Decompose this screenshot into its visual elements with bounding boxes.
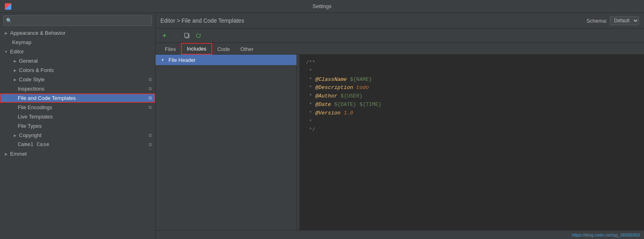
code-line-5: * @Author ${USER} — [306, 92, 638, 101]
file-item-label: File Header — [168, 57, 196, 63]
arrow-colors — [12, 68, 18, 73]
sidebar-item-editor[interactable]: Editor — [0, 47, 155, 56]
sidebar-label-editor: Editor — [10, 49, 24, 55]
status-url[interactable]: https://blog.csdn.net/qq_38366063 — [572, 233, 640, 237]
main-container: 🔍 Appearance & Behavior Keymap Editor Ge… — [0, 13, 644, 239]
sidebar-label-keymap: Keymap — [12, 39, 32, 45]
status-bar: https://blog.csdn.net/qq_38366063 — [156, 230, 644, 239]
sidebar-label-file-code-templates: File and Code Templates — [18, 95, 76, 101]
sidebar-item-general[interactable]: General — [0, 56, 155, 66]
sidebar-label-file-types: File Types — [18, 123, 42, 129]
copy-icon-code-style: ⧉ — [149, 77, 152, 82]
title-bar: Settings — [0, 0, 644, 13]
sidebar-label-appearance: Appearance & Behavior — [10, 30, 65, 36]
window-title: Settings — [313, 3, 332, 9]
tab-files[interactable]: Files — [160, 44, 181, 55]
arrow-editor — [3, 49, 9, 55]
sidebar-label-file-encodings: File Encodings — [18, 104, 52, 110]
arrow-appearance — [3, 30, 9, 36]
arrow-emmet — [3, 151, 9, 157]
copy-icon-file-encodings: ⧉ — [149, 105, 152, 110]
tab-other[interactable]: Other — [235, 44, 259, 55]
sidebar-item-colors-fonts[interactable]: Colors & Fonts — [0, 66, 155, 75]
file-item-header[interactable]: F File Header — [156, 55, 297, 65]
sidebar-item-file-encodings[interactable]: File Encodings ⧉ — [0, 103, 155, 112]
search-icon: 🔍 — [6, 18, 12, 23]
arrow-code-style — [12, 77, 18, 82]
sidebar-item-camel-case[interactable]: Camel Case ⧉ — [0, 140, 155, 149]
code-line-6: * @Date ${DATE} ${TIME} — [306, 101, 638, 109]
breadcrumb: Editor > File and Code Templates — [160, 17, 244, 24]
copy-icon-copyright: ⧉ — [149, 133, 152, 138]
code-line-1: /** — [306, 59, 638, 67]
sidebar-item-file-types[interactable]: File Types — [0, 121, 155, 131]
code-line-4: * @Description todo — [306, 84, 638, 92]
sidebar-item-live-templates[interactable]: Live Templates — [0, 112, 155, 121]
sidebar-item-appearance[interactable]: Appearance & Behavior — [0, 28, 155, 38]
sidebar-item-code-style[interactable]: Code Style ⧉ — [0, 75, 155, 84]
breadcrumb-bar: Editor > File and Code Templates Schema:… — [156, 13, 644, 29]
schema-section: Schema: Default — [587, 16, 639, 25]
add-button[interactable]: + — [160, 31, 169, 40]
schema-select[interactable]: Default — [610, 16, 639, 25]
content-area: Editor > File and Code Templates Schema:… — [156, 13, 644, 239]
search-input[interactable] — [14, 18, 149, 23]
code-line-2: * — [306, 67, 638, 76]
toolbar: + − — [156, 29, 644, 43]
sidebar-item-copyright[interactable]: Copyright ⧉ — [0, 131, 155, 140]
sidebar-label-copyright: Copyright — [19, 132, 42, 138]
sidebar-item-keymap[interactable]: Keymap — [0, 38, 155, 47]
sidebar-label-camel-case: Camel Case — [18, 142, 49, 148]
copy-icon-file-templates: ⧉ — [149, 95, 152, 101]
sidebar-label-emmet: Emmet — [10, 151, 27, 157]
app-logo — [5, 3, 11, 10]
svg-rect-1 — [185, 33, 188, 37]
remove-button[interactable]: − — [171, 31, 181, 40]
sidebar: 🔍 Appearance & Behavior Keymap Editor Ge… — [0, 13, 156, 239]
code-editor[interactable]: /** * * @ClassName ${NAME} * @Descriptio… — [299, 55, 644, 230]
sidebar-label-live-templates: Live Templates — [18, 114, 53, 120]
tab-includes[interactable]: Includes — [181, 43, 212, 55]
code-line-9: */ — [306, 126, 638, 134]
sidebar-label-colors-fonts: Colors & Fonts — [19, 67, 54, 73]
sidebar-label-code-style: Code Style — [19, 76, 45, 82]
tabs-bar: Files Includes Code Other — [156, 43, 644, 55]
split-panel: F File Header /** * * @ClassName ${NAME}… — [156, 55, 644, 230]
copy-icon-inspections: ⧉ — [149, 86, 152, 91]
sidebar-label-inspections: Inspections — [18, 86, 44, 92]
code-line-7: * @Version 1.0 — [306, 109, 638, 118]
copy-template-button[interactable] — [182, 31, 192, 40]
sidebar-item-emmet[interactable]: Emmet — [0, 149, 155, 159]
arrow-general — [12, 58, 18, 64]
sidebar-label-general: General — [19, 58, 38, 64]
sidebar-item-file-code-templates[interactable]: File and Code Templates ⧉ — [0, 93, 155, 103]
tab-code[interactable]: Code — [212, 44, 235, 55]
code-line-8: * — [306, 118, 638, 126]
sidebar-item-inspections[interactable]: Inspections ⧉ — [0, 84, 155, 93]
file-header-icon: F — [160, 57, 166, 63]
arrow-copyright — [12, 133, 18, 138]
copy-icon-camel-case: ⧉ — [149, 142, 152, 147]
schema-label: Schema: — [587, 18, 607, 24]
reset-button[interactable] — [194, 31, 203, 40]
code-line-3: * @ClassName ${NAME} — [306, 76, 638, 84]
file-list-panel: F File Header — [156, 55, 297, 230]
search-box[interactable]: 🔍 — [3, 15, 152, 26]
